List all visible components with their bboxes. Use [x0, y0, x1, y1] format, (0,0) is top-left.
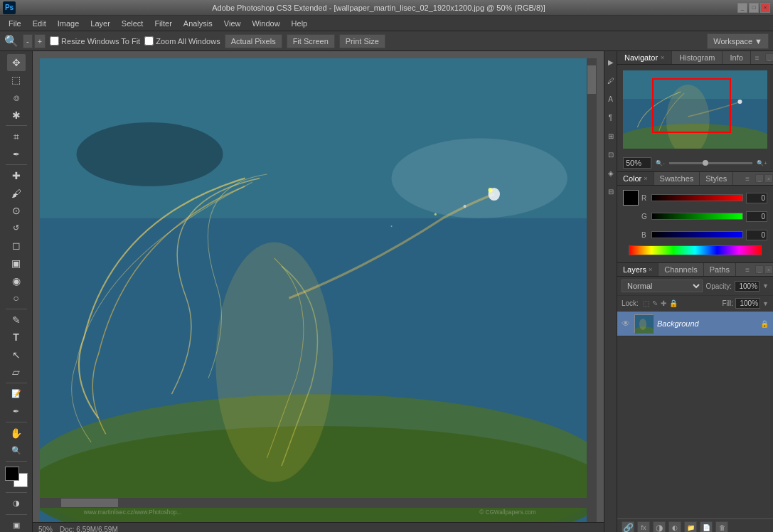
move-tool[interactable]: ✥: [7, 54, 26, 71]
menu-view[interactable]: View: [218, 18, 247, 29]
r-value-input[interactable]: [746, 193, 767, 203]
color-close[interactable]: ×: [764, 174, 773, 183]
crop-tool[interactable]: ⌗: [7, 128, 26, 145]
vertical-scrollbar[interactable]: [587, 58, 597, 522]
tab-channels[interactable]: Channels: [659, 263, 703, 276]
type-tool[interactable]: T: [7, 329, 26, 346]
window-controls[interactable]: _ □ ×: [737, 3, 770, 13]
gradient-tool[interactable]: ▣: [7, 255, 26, 272]
brush-tool[interactable]: 🖌: [7, 185, 26, 202]
fit-screen-button[interactable]: Fit Screen: [287, 34, 335, 48]
pen-tool[interactable]: ✎: [7, 312, 26, 329]
group-btn[interactable]: 📁: [684, 521, 697, 532]
g-value-input[interactable]: [746, 211, 767, 222]
blend-mode-select[interactable]: Normal Multiply Screen Overlay: [622, 280, 703, 292]
resize-windows-checkbox[interactable]: Resize Windows To Fit: [50, 36, 140, 46]
r-slider[interactable]: [651, 194, 743, 201]
menu-layer[interactable]: Layer: [85, 18, 116, 29]
adjustment-btn[interactable]: ◐: [668, 521, 681, 532]
notes-tool[interactable]: 📝: [7, 385, 26, 403]
lock-position-icon[interactable]: ✚: [661, 299, 666, 307]
opacity-arrow[interactable]: ▼: [762, 282, 769, 289]
tab-color[interactable]: Color ×: [617, 172, 654, 185]
r-tool-7[interactable]: ◈: [605, 165, 617, 181]
actual-pixels-button[interactable]: Actual Pixels: [225, 34, 282, 48]
lock-image-icon[interactable]: ✎: [652, 299, 658, 307]
blur-tool[interactable]: ◉: [7, 272, 26, 289]
fx-btn[interactable]: fx: [637, 521, 650, 532]
r-tool-4[interactable]: ¶: [605, 110, 617, 125]
eyedropper2-tool[interactable]: ✒: [7, 403, 26, 420]
menu-window[interactable]: Window: [246, 18, 285, 29]
shape-tool[interactable]: ▱: [7, 364, 26, 381]
b-slider[interactable]: [651, 231, 743, 238]
canvas-image[interactable]: www.martinlisec.cz/www.Photoshop... © CG…: [40, 58, 597, 522]
menu-select[interactable]: Select: [116, 18, 149, 29]
tab-paths[interactable]: Paths: [704, 263, 736, 276]
fill-input[interactable]: [735, 298, 760, 309]
opacity-input[interactable]: [735, 281, 759, 292]
foreground-swatch[interactable]: [623, 190, 639, 206]
tab-swatches[interactable]: Swatches: [654, 172, 700, 185]
zoom-in-btn[interactable]: +: [34, 34, 46, 48]
r-tool-3[interactable]: A: [605, 91, 617, 107]
zoom-all-windows-checkbox[interactable]: Zoom All Windows: [144, 36, 220, 46]
g-slider[interactable]: [651, 213, 743, 220]
link-layers-btn[interactable]: 🔗: [622, 521, 634, 532]
horizontal-scrollbar[interactable]: [40, 498, 587, 508]
zoom-slider[interactable]: [669, 162, 753, 164]
menu-file[interactable]: File: [3, 18, 27, 29]
fill-arrow[interactable]: ▼: [762, 300, 769, 307]
path-select-tool[interactable]: ↖: [7, 346, 26, 363]
lock-transparent-icon[interactable]: ⬚: [643, 299, 649, 307]
r-tool-8[interactable]: ⊟: [605, 183, 617, 199]
layers-panel-menu[interactable]: ≡: [741, 265, 754, 275]
marquee-tool[interactable]: ⬚: [7, 72, 26, 89]
r-tool-2[interactable]: 🖊: [605, 73, 617, 88]
vscroll-thumb[interactable]: [587, 65, 596, 94]
close-button[interactable]: ×: [760, 3, 770, 13]
r-tool-1[interactable]: ▶: [605, 54, 617, 70]
tab-styles[interactable]: Styles: [700, 172, 733, 185]
eyedropper-tool[interactable]: ✒: [7, 146, 26, 163]
print-size-button[interactable]: Print Size: [339, 34, 385, 48]
tab-layers[interactable]: Layers ×: [617, 263, 659, 276]
tab-info[interactable]: Info: [723, 51, 750, 64]
layers-tab-close[interactable]: ×: [649, 266, 652, 273]
color-picker[interactable]: [5, 467, 28, 487]
menu-help[interactable]: Help: [286, 18, 314, 29]
dodge-tool[interactable]: ○: [7, 289, 26, 307]
layer-item-background[interactable]: 👁 Background 🔒: [617, 312, 773, 336]
hscroll-thumb[interactable]: [61, 499, 118, 507]
eraser-tool[interactable]: ◻: [7, 238, 26, 255]
zoom-out-btn[interactable]: -: [23, 34, 33, 48]
history-brush-tool[interactable]: ↺: [7, 220, 26, 237]
menu-image[interactable]: Image: [52, 18, 85, 29]
maximize-button[interactable]: □: [749, 3, 759, 13]
mask-btn[interactable]: ◑: [653, 521, 666, 532]
new-layer-btn[interactable]: 📄: [700, 521, 713, 532]
zoom-tool[interactable]: 🔍: [7, 442, 26, 459]
navigator-panel-menu[interactable]: ≡: [751, 53, 764, 63]
menu-analysis[interactable]: Analysis: [178, 18, 218, 29]
layers-minimize[interactable]: _: [755, 265, 764, 274]
tab-navigator[interactable]: Navigator ×: [617, 51, 672, 64]
r-tool-5[interactable]: ⊞: [605, 128, 617, 144]
tab-histogram[interactable]: Histogram: [672, 51, 723, 64]
heal-tool[interactable]: ✚: [7, 167, 26, 184]
screen-mode-btn[interactable]: ▣: [7, 517, 26, 532]
hand-tool[interactable]: ✋: [7, 425, 26, 442]
delete-layer-btn[interactable]: 🗑: [715, 521, 728, 532]
quick-mask-btn[interactable]: ◑: [7, 495, 26, 512]
color-spectrum[interactable]: [629, 245, 762, 255]
lock-all-icon[interactable]: 🔒: [669, 299, 678, 307]
nav-minimize[interactable]: _: [765, 53, 773, 62]
b-value-input[interactable]: [746, 230, 767, 240]
workspace-button[interactable]: Workspace ▼: [707, 33, 769, 49]
minimize-button[interactable]: _: [737, 3, 747, 13]
menu-edit[interactable]: Edit: [27, 18, 52, 29]
lasso-tool[interactable]: ⌾: [7, 89, 26, 106]
menu-filter[interactable]: Filter: [149, 18, 177, 29]
color-panel-menu[interactable]: ≡: [741, 174, 754, 184]
quick-select-tool[interactable]: ✱: [7, 107, 26, 124]
